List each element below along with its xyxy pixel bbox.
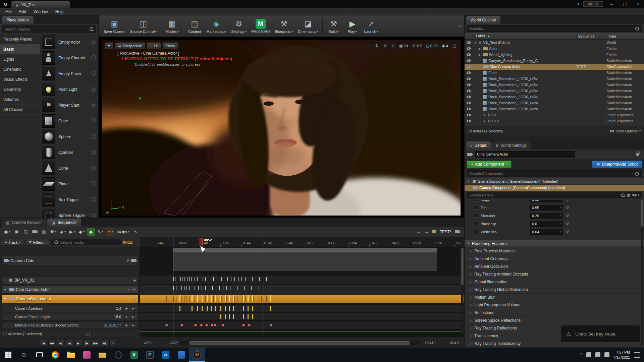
- jump-to-start-button[interactable]: |◀: [40, 340, 47, 347]
- timeline-ruler[interactable]: -048000000480096014401920240028803360384…: [140, 237, 464, 247]
- outlook-icon[interactable]: o: [158, 348, 173, 362]
- place-actor-plane[interactable]: Plane?: [40, 176, 98, 192]
- outliner-row-world-lighting[interactable]: ▶World_lightingFolder: [465, 52, 644, 58]
- fps-selector[interactable]: 24 fps▾: [115, 228, 130, 236]
- clock[interactable]: 7:57 PM 4/17/2021: [613, 350, 630, 360]
- property-value-input[interactable]: 0.98▾: [530, 200, 563, 202]
- outliner-row-floor[interactable]: FloorStaticMeshActo: [465, 70, 644, 76]
- sequencer-options-icon[interactable]: ◉▾: [3, 228, 11, 236]
- toolbar-build[interactable]: ⚒Build▾: [324, 17, 343, 35]
- visibility-eye-icon[interactable]: [465, 114, 473, 116]
- curve-editor-icon[interactable]: ∿: [131, 228, 140, 236]
- playback-end-marker[interactable]: [264, 237, 264, 337]
- search-button[interactable]: [16, 348, 32, 362]
- chrome-icon[interactable]: [47, 348, 63, 362]
- category-geometry[interactable]: Geometry: [0, 84, 40, 95]
- perspective-button[interactable]: ⬓Perspective: [115, 42, 146, 49]
- track-bp-vik-01[interactable]: ▷ BP_Vik_01 +: [1, 276, 138, 284]
- category-reflections[interactable]: ▷Reflections: [465, 309, 644, 317]
- camera-speed-icon[interactable]: ◉4: [440, 42, 450, 49]
- menu-file[interactable]: File: [2, 9, 15, 15]
- track-property-value[interactable]: 1.4: [116, 306, 121, 311]
- outliner-row-rock-sandstone-lod0-rkow[interactable]: Rock_Sandstone_LOD0_rkowStaticMeshActo: [465, 100, 644, 106]
- search-tracks-input[interactable]: Search Tracks: [51, 239, 121, 245]
- timeline[interactable]: [140, 247, 464, 337]
- tray-icon-1[interactable]: [586, 352, 591, 357]
- keyframe-options-icon[interactable]: ◆▾: [77, 228, 86, 236]
- reset-to-default-icon[interactable]: ↺: [566, 200, 569, 202]
- place-actor-point-light[interactable]: Point Light?: [40, 81, 98, 97]
- category-light-propagation-volume[interactable]: ▷Light Propagation Volume: [465, 301, 644, 309]
- component-cameracomponent-cameracomponent-inherited[interactable]: CameraComponent (CameraComponent) (Inher…: [465, 185, 644, 191]
- outliner-row-test2[interactable]: ✦TEST2LevelSequence/: [465, 118, 644, 124]
- toolbar-play[interactable]: ▶Play▾: [343, 17, 362, 35]
- toolbar-cinematics[interactable]: ◪Cinematics▾: [296, 17, 320, 35]
- view-range-start[interactable]: -072*: [169, 341, 178, 345]
- toolbar-marketplace[interactable]: ◈Marketplace: [204, 17, 229, 35]
- find-in-content-browser-icon[interactable]: [21, 228, 30, 236]
- visibility-eye-icon[interactable]: [465, 89, 473, 92]
- expander-icon[interactable]: ▶: [479, 47, 482, 50]
- place-actor-box-trigger[interactable]: Box Trigger?: [40, 192, 98, 207]
- actions-icon[interactable]: ⚒▾: [49, 228, 58, 236]
- add-section-button[interactable]: +: [133, 296, 136, 301]
- visibility-eye-icon[interactable]: [465, 71, 473, 74]
- snapping-icon[interactable]: ∩▾: [106, 228, 114, 236]
- category-post-process-materials[interactable]: ▷Post Process Materials: [465, 247, 644, 255]
- toolbar-overflow-icon[interactable]: »: [459, 23, 462, 28]
- expander-icon[interactable]: ▷: [470, 311, 472, 314]
- notification-center-icon[interactable]: [634, 352, 640, 358]
- world-outliner-tab[interactable]: World Outliner: [466, 16, 500, 24]
- view-range-end[interactable]: 0641*: [425, 341, 435, 345]
- maximize-viewport-icon[interactable]: ▢: [451, 42, 458, 49]
- expander-icon[interactable]: ▷: [470, 319, 472, 322]
- place-actor-empty-charact[interactable]: Empty Charact?: [40, 50, 98, 66]
- playback-options-icon[interactable]: ▶▾: [68, 228, 76, 236]
- show-button[interactable]: Show: [162, 42, 178, 49]
- track-cine-camera-actor[interactable]: ▼ Cine Camera Actor + ✛: [1, 286, 138, 294]
- add-key-button[interactable]: +: [125, 306, 128, 311]
- expander-icon[interactable]: ▷: [470, 250, 472, 253]
- track-property-value[interactable]: 31.310177: [104, 323, 121, 327]
- play-backward-fast-button[interactable]: ◀◀: [48, 340, 56, 347]
- place-actor-player-start[interactable]: ⚑Player Start?: [40, 97, 98, 113]
- visibility-eye-icon[interactable]: [465, 53, 473, 56]
- scrollbar-thumb[interactable]: [189, 341, 410, 345]
- add-track-button[interactable]: +Track▾: [2, 239, 23, 246]
- menu-help[interactable]: Help: [52, 9, 67, 15]
- reset-to-default-icon[interactable]: ↺: [566, 205, 569, 210]
- reset-to-default-icon[interactable]: ↺: [566, 214, 569, 218]
- category-lights[interactable]: Lights: [0, 54, 40, 64]
- grid-snap-icon[interactable]: ▦10: [397, 42, 410, 49]
- scrollbar-thumb[interactable]: [641, 200, 643, 227]
- place-actors-tab[interactable]: Place Actors: [2, 16, 34, 24]
- sequence-name[interactable]: TEST*: [440, 230, 451, 234]
- world-space-icon[interactable]: ⊕: [381, 42, 388, 49]
- add-section-button[interactable]: +: [133, 278, 136, 283]
- track-current-focal-length[interactable]: Current Focal Length18.0+‹◆›: [1, 313, 138, 320]
- rotation-snap-icon[interactable]: ∠10°: [411, 42, 424, 49]
- visibility-eye-icon[interactable]: [465, 83, 473, 86]
- loop-mode-button[interactable]: →: [109, 340, 117, 347]
- expander-icon[interactable]: ▷: [470, 281, 472, 284]
- scrollbar-thumb[interactable]: [461, 248, 464, 285]
- camera-cut-section[interactable]: [173, 248, 437, 252]
- excel-icon[interactable]: X: [126, 348, 142, 362]
- camera-add-icon[interactable]: [455, 230, 460, 233]
- filters-button[interactable]: Filters▾: [25, 239, 49, 246]
- add-component-button[interactable]: +Add Component▾: [467, 161, 512, 168]
- menu-edit[interactable]: Edit: [16, 9, 30, 15]
- visibility-eye-icon[interactable]: [465, 108, 473, 110]
- working-range-end[interactable]: 0641*: [450, 341, 460, 345]
- category-ambient-occlusion[interactable]: ▷Ambient Occlusion: [465, 263, 644, 270]
- jump-to-end-button[interactable]: ▶|: [101, 340, 108, 347]
- play-reverse-button[interactable]: ◀: [66, 340, 73, 347]
- expander-icon[interactable]: ▷: [470, 273, 472, 276]
- cycle-transform-icon[interactable]: ↻: [373, 42, 380, 49]
- toolbar-save-current[interactable]: ▣Save Current: [101, 17, 128, 35]
- place-actor-cylinder[interactable]: Cylinder?: [40, 144, 98, 160]
- search-details-input[interactable]: Search Details ▦ ▾: [467, 192, 642, 198]
- track-current-aperture[interactable]: Current Aperture1.4+‹◆›: [1, 305, 138, 312]
- expander-icon[interactable]: ▼: [4, 288, 7, 291]
- keyframe-dot[interactable]: [214, 324, 216, 326]
